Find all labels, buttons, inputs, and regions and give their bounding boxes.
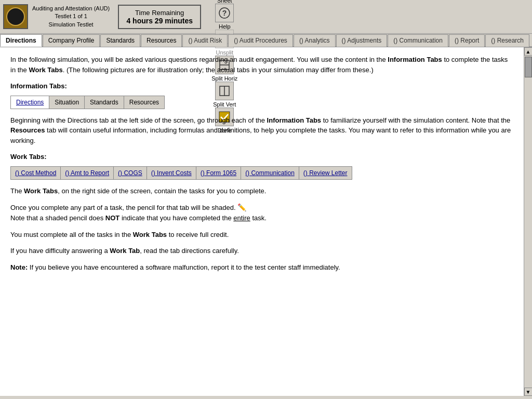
sheet-label: Sheet: [217, 0, 232, 4]
tab-resources[interactable]: Resources: [141, 34, 182, 47]
sheet-button[interactable]: Sheet: [211, 0, 237, 4]
preview-tab-directions[interactable]: Directions: [11, 96, 49, 109]
wtab-amt-to-report[interactable]: () Amt to Report: [61, 167, 114, 179]
pencil-icon: ✏️: [237, 202, 246, 213]
time-label: Time Remaining: [126, 9, 193, 17]
tabs-row: DirectionsCompany ProfileStandardsResour…: [0, 34, 532, 47]
tab----analytics[interactable]: () Analytics: [294, 34, 336, 47]
wtab-review-letter[interactable]: () Review Letter: [299, 167, 352, 179]
wtab-cogs[interactable]: () COGS: [114, 167, 147, 179]
wtab-invent-costs[interactable]: () Invent Costs: [147, 167, 196, 179]
scrollbar-thumb[interactable]: [525, 57, 532, 77]
preview-tab-resources[interactable]: Resources: [124, 96, 164, 109]
toolbar: Auditing and Attestation (AUD) Testlet 1…: [0, 0, 532, 34]
content-area: In the following simulation, you will be…: [0, 47, 532, 396]
wtab-form-1065[interactable]: () Form 1065: [196, 167, 241, 179]
preview-tab-situation[interactable]: Situation: [49, 96, 85, 109]
tab----research[interactable]: () Research: [485, 34, 529, 47]
tab----audit-procedures[interactable]: () Audit Procedures: [228, 34, 293, 47]
logo-icon: [6, 7, 25, 26]
wtab-cost-method[interactable]: () Cost Method: [11, 167, 61, 179]
info-tabs-desc: Beginning with the Directions tab at the…: [10, 115, 513, 146]
tab----audit-risk[interactable]: () Audit Risk: [182, 34, 228, 47]
tab-company-profile[interactable]: Company Profile: [43, 34, 100, 47]
help-icon: ?: [215, 4, 234, 22]
logo: [3, 4, 28, 29]
scrollbar-up-button[interactable]: ▲: [524, 47, 533, 56]
scrollbar-down-button[interactable]: ▼: [524, 388, 533, 396]
work-tabs-preview: () Cost Method () Amt to Report () COGS …: [10, 166, 352, 180]
difficulty-paragraph: If you have difficulty answering a Work …: [10, 246, 513, 256]
unsplit-label: Unsplit: [216, 49, 233, 56]
time-value: 4 hours 29 minutes: [126, 17, 193, 25]
main-content: In the following simulation, you will be…: [0, 47, 524, 396]
tab----report[interactable]: () Report: [449, 34, 485, 47]
tab----communication[interactable]: () Communication: [388, 34, 448, 47]
tab-directions[interactable]: Directions: [0, 34, 42, 47]
intro-paragraph: In the following simulation, you will be…: [10, 55, 513, 75]
scrollbar: ▲ ▼: [524, 47, 532, 396]
tab----adjustments[interactable]: () Adjustments: [336, 34, 388, 47]
app-title: Auditing and Attestation (AUD) Testlet 1…: [32, 5, 110, 29]
tab-standards[interactable]: Standards: [100, 34, 140, 47]
time-remaining-box: Time Remaining 4 hours 29 minutes: [118, 5, 201, 29]
work-tabs-heading: Work Tabs:: [10, 152, 513, 162]
work-tabs-desc: The Work Tabs, on the right side of the …: [10, 186, 513, 196]
help-button[interactable]: ?Help: [211, 4, 237, 30]
info-tabs-preview: Directions Situation Standards Resources: [10, 96, 165, 109]
pencil-paragraph: Once you complete any part of a task, th…: [10, 202, 513, 223]
wtab-communication[interactable]: () Communication: [241, 167, 299, 179]
info-tabs-heading: Information Tabs:: [10, 81, 513, 91]
help-label: Help: [219, 23, 231, 30]
preview-tab-standards[interactable]: Standards: [85, 96, 124, 109]
must-complete-paragraph: You must complete all of the tasks in th…: [10, 230, 513, 240]
note-paragraph: Note: If you believe you have encountere…: [10, 262, 513, 273]
svg-text:?: ?: [222, 9, 227, 17]
